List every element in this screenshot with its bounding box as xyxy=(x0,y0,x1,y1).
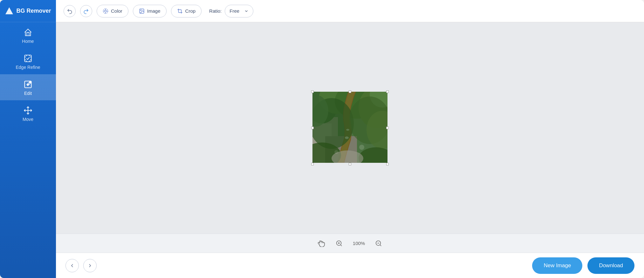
undo-icon xyxy=(67,8,72,14)
redo-button[interactable] xyxy=(80,5,92,17)
sidebar-item-edit-label: Edit xyxy=(24,91,32,96)
toolbar: Color Image Crop Ratio: Free xyxy=(56,0,644,22)
footer-actions: New Image Download xyxy=(532,257,634,274)
footer: New Image Download xyxy=(56,253,644,278)
zoom-in-icon xyxy=(336,240,343,247)
ratio-label: Ratio: xyxy=(209,8,222,14)
redo-icon xyxy=(83,8,89,14)
image-button[interactable]: Image xyxy=(133,5,167,17)
canvas-image xyxy=(312,92,387,163)
chevron-right-icon xyxy=(87,263,93,268)
ratio-select[interactable]: Free xyxy=(225,5,253,17)
image-icon xyxy=(139,8,145,14)
crop-icon xyxy=(177,8,183,14)
zoom-out-icon xyxy=(375,240,382,247)
color-btn-label: Color xyxy=(111,8,122,14)
sidebar-item-home-label: Home xyxy=(22,39,34,44)
sidebar-item-move-label: Move xyxy=(23,117,33,122)
crop-handle-bl[interactable] xyxy=(311,163,314,165)
zoom-in-button[interactable] xyxy=(333,238,345,249)
crop-handle-br[interactable] xyxy=(386,163,389,165)
edit-icon xyxy=(24,80,32,89)
svg-rect-1 xyxy=(25,55,31,62)
crop-handle-mr[interactable] xyxy=(386,127,389,129)
sidebar: BG Remover Home Edge Refine Edit xyxy=(0,0,56,278)
color-icon xyxy=(103,8,108,14)
footer-nav-area xyxy=(65,259,97,272)
hand-icon xyxy=(318,240,325,247)
chevron-down-icon xyxy=(244,9,249,13)
pan-button[interactable] xyxy=(316,238,327,249)
svg-point-9 xyxy=(140,10,141,10)
zoom-out-button[interactable] xyxy=(373,238,384,249)
crop-btn-label: Crop xyxy=(185,8,196,14)
color-button[interactable]: Color xyxy=(97,5,128,17)
svg-marker-0 xyxy=(5,7,13,14)
main-panel: Color Image Crop Ratio: Free xyxy=(56,0,644,278)
ratio-value: Free xyxy=(230,8,239,14)
footer-back-button[interactable] xyxy=(65,259,79,272)
crop-handle-tc[interactable] xyxy=(349,90,351,93)
crop-container[interactable] xyxy=(312,92,387,164)
sidebar-item-move[interactable]: Move xyxy=(0,100,56,126)
status-bar: 100% xyxy=(56,234,644,253)
sidebar-item-home[interactable]: Home xyxy=(0,22,56,48)
chevron-left-icon xyxy=(69,263,75,268)
crop-handle-tr[interactable] xyxy=(386,90,389,93)
new-image-button[interactable]: New Image xyxy=(532,257,582,274)
crop-handle-bc[interactable] xyxy=(349,163,351,165)
ratio-area: Ratio: Free xyxy=(209,5,253,17)
sidebar-item-edge-refine[interactable]: Edge Refine xyxy=(0,48,56,74)
svg-point-30 xyxy=(334,150,338,154)
crop-handle-tl[interactable] xyxy=(311,90,314,93)
logo-icon xyxy=(5,7,14,16)
sidebar-item-edge-refine-label: Edge Refine xyxy=(16,65,40,70)
svg-point-6 xyxy=(105,10,106,12)
svg-point-29 xyxy=(359,145,364,150)
sidebar-item-edit[interactable]: Edit xyxy=(0,74,56,100)
image-btn-label: Image xyxy=(147,8,161,14)
logo-text: BG Remover xyxy=(16,8,51,14)
footer-forward-button[interactable] xyxy=(83,259,97,272)
home-icon xyxy=(24,28,32,37)
canvas-area xyxy=(56,22,644,234)
edge-refine-icon xyxy=(24,54,32,63)
crop-button[interactable]: Crop xyxy=(171,5,202,17)
move-icon xyxy=(24,106,32,115)
undo-button[interactable] xyxy=(64,5,76,17)
crop-handle-ml[interactable] xyxy=(311,127,314,129)
logo-area: BG Remover xyxy=(0,0,56,22)
zoom-percentage: 100% xyxy=(351,241,367,246)
download-button[interactable]: Download xyxy=(587,257,634,274)
